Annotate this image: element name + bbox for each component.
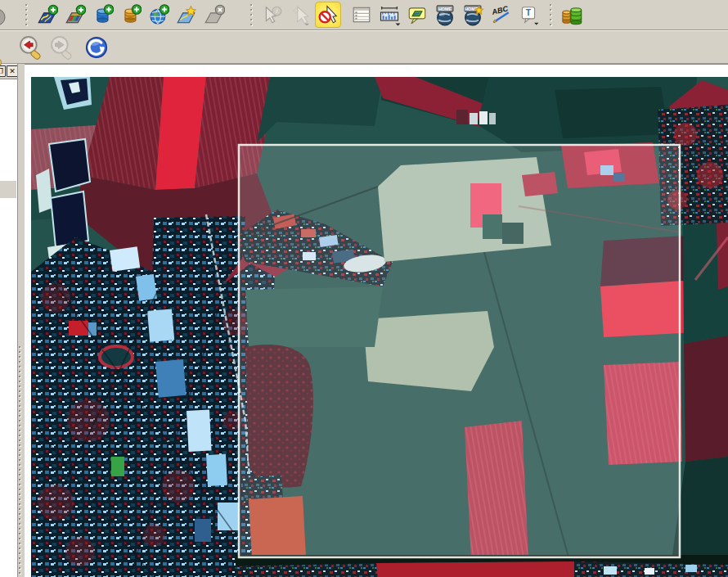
clipped-zoom-icon	[0, 39, 15, 64]
dock-close-button[interactable]: ✕	[7, 65, 18, 77]
dock-float-button[interactable]: ❐	[0, 65, 6, 77]
svg-text:T: T	[526, 8, 532, 17]
select-features-button[interactable]	[287, 2, 313, 28]
toolbar-navigation	[0, 31, 728, 64]
legend-panel[interactable]	[0, 79, 17, 577]
add-postgis-layer-button[interactable]	[90, 2, 116, 28]
abc-label-icon: ABC	[490, 4, 511, 25]
map-canvas[interactable]	[25, 64, 728, 577]
remove-layer-icon	[204, 4, 225, 25]
add-spatialite-layer-button[interactable]	[118, 2, 144, 28]
home-globe-button[interactable]: HOME	[432, 2, 458, 28]
postgis-cylinder-icon	[92, 4, 114, 25]
evis-database-button[interactable]	[559, 2, 585, 28]
new-shapefile-layer-button[interactable]	[173, 2, 200, 28]
measure-button[interactable]	[376, 2, 402, 28]
identify-features-button[interactable]: i	[259, 2, 285, 28]
home-globe-star-icon: HOME	[461, 3, 484, 26]
open-attribute-table-button[interactable]	[348, 2, 375, 28]
attribute-table-icon	[351, 4, 372, 25]
satellite-raster	[31, 77, 728, 577]
spatialite-cylinder-icon	[120, 4, 142, 25]
map-tips-button[interactable]	[404, 2, 430, 28]
selection-rectangle	[239, 145, 680, 557]
zoom-next-button[interactable]	[47, 33, 76, 62]
text-annotation-icon: T	[518, 4, 539, 25]
labeling-abc-button[interactable]: ABC	[488, 2, 514, 28]
add-vector-layer-button[interactable]	[34, 2, 61, 28]
add-wms-layer-button[interactable]	[146, 2, 172, 28]
measure-ruler-icon	[378, 3, 401, 26]
database-cylinders-icon	[560, 3, 583, 26]
deselect-features-button[interactable]	[315, 2, 341, 28]
refresh-button[interactable]	[82, 33, 111, 62]
zoom-next-icon	[48, 34, 74, 61]
add-raster-layer-icon	[65, 4, 86, 25]
select-features-icon	[290, 4, 311, 25]
add-raster-layer-button[interactable]	[62, 2, 88, 28]
wms-globe-icon	[148, 4, 169, 25]
home-globe-icon: HOME	[434, 3, 456, 26]
legend-selected-item[interactable]	[0, 181, 16, 198]
toolbar-separator	[25, 3, 30, 26]
remove-layer-button[interactable]	[201, 2, 227, 28]
svg-text:HOME: HOME	[438, 7, 452, 11]
toolbar-separator	[549, 3, 555, 26]
home-globe-star-button[interactable]: HOME	[460, 2, 486, 28]
zoom-last-icon	[17, 34, 43, 61]
zoom-last-button[interactable]	[16, 33, 45, 62]
refresh-icon	[83, 34, 110, 61]
toolbar-primary: i	[0, 0, 728, 30]
toolbar-separator	[249, 3, 255, 26]
identify-cursor-icon: i	[262, 4, 283, 25]
add-vector-layer-icon	[37, 4, 58, 25]
new-shapefile-icon	[176, 4, 197, 25]
deselect-features-icon	[317, 4, 339, 25]
text-annotation-button[interactable]: T	[515, 2, 542, 28]
application-window: i	[0, 0, 728, 577]
splitter-grip	[18, 345, 24, 577]
map-tips-bubble-icon	[407, 4, 428, 25]
clipped-left-icon	[0, 7, 8, 28]
